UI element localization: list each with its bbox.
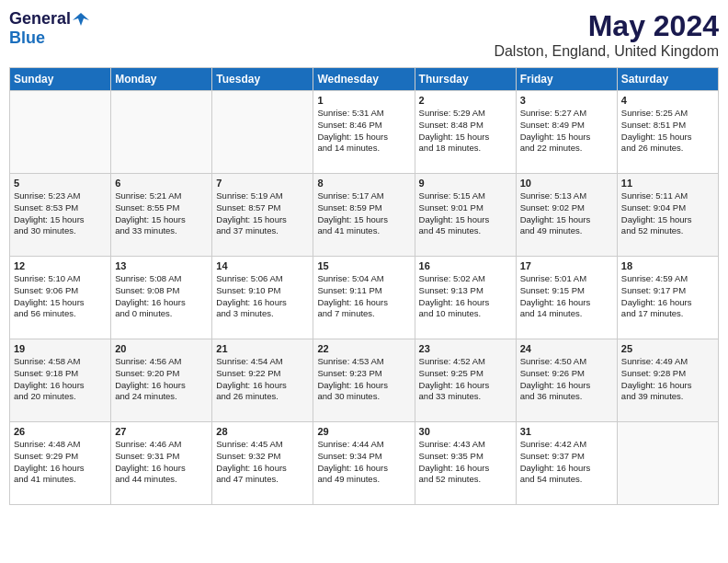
day-number: 11 <box>621 178 714 189</box>
cell-content: Sunrise: 5:04 AM Sunset: 9:11 PM Dayligh… <box>317 273 410 320</box>
calendar-cell: 25Sunrise: 4:49 AM Sunset: 9:28 PM Dayli… <box>617 339 718 422</box>
day-number: 16 <box>419 260 512 271</box>
calendar-cell <box>617 422 718 505</box>
cell-content: Sunrise: 5:02 AM Sunset: 9:13 PM Dayligh… <box>419 273 512 320</box>
cell-content: Sunrise: 5:21 AM Sunset: 8:55 PM Dayligh… <box>115 190 208 237</box>
header-cell-friday: Friday <box>516 68 617 91</box>
calendar-cell: 2Sunrise: 5:29 AM Sunset: 8:48 PM Daylig… <box>415 91 516 174</box>
header: General Blue May 2024 Dalston, England, … <box>9 9 719 60</box>
day-number: 15 <box>317 260 410 271</box>
cell-content: Sunrise: 4:50 AM Sunset: 9:26 PM Dayligh… <box>520 356 613 403</box>
calendar-cell: 10Sunrise: 5:13 AM Sunset: 9:02 PM Dayli… <box>516 174 617 257</box>
calendar-cell: 1Sunrise: 5:31 AM Sunset: 8:46 PM Daylig… <box>313 91 415 174</box>
calendar-cell: 23Sunrise: 4:52 AM Sunset: 9:25 PM Dayli… <box>415 339 516 422</box>
cell-content: Sunrise: 5:01 AM Sunset: 9:15 PM Dayligh… <box>520 273 613 320</box>
logo-bird-icon <box>73 11 89 28</box>
cell-content: Sunrise: 4:44 AM Sunset: 9:34 PM Dayligh… <box>317 439 410 486</box>
cell-content: Sunrise: 5:17 AM Sunset: 8:59 PM Dayligh… <box>317 190 410 237</box>
calendar-cell <box>212 91 313 174</box>
header-cell-sunday: Sunday <box>10 68 111 91</box>
svg-marker-0 <box>73 13 89 26</box>
cell-content: Sunrise: 5:10 AM Sunset: 9:06 PM Dayligh… <box>14 273 107 320</box>
cell-content: Sunrise: 5:25 AM Sunset: 8:51 PM Dayligh… <box>621 108 714 155</box>
week-row-1: 1Sunrise: 5:31 AM Sunset: 8:46 PM Daylig… <box>10 91 719 174</box>
day-number: 3 <box>520 95 613 106</box>
cell-content: Sunrise: 5:06 AM Sunset: 9:10 PM Dayligh… <box>216 273 309 320</box>
day-number: 8 <box>317 178 410 189</box>
day-number: 23 <box>419 343 512 354</box>
day-number: 31 <box>520 426 613 437</box>
day-number: 29 <box>317 426 410 437</box>
cell-content: Sunrise: 4:46 AM Sunset: 9:31 PM Dayligh… <box>115 439 208 486</box>
cell-content: Sunrise: 5:29 AM Sunset: 8:48 PM Dayligh… <box>419 108 512 155</box>
day-number: 26 <box>14 426 107 437</box>
calendar-cell: 12Sunrise: 5:10 AM Sunset: 9:06 PM Dayli… <box>10 257 111 339</box>
cell-content: Sunrise: 5:15 AM Sunset: 9:01 PM Dayligh… <box>419 190 512 237</box>
logo-blue: Blue <box>9 29 45 47</box>
calendar-cell: 15Sunrise: 5:04 AM Sunset: 9:11 PM Dayli… <box>313 257 415 339</box>
day-number: 10 <box>520 178 613 189</box>
cell-content: Sunrise: 4:58 AM Sunset: 9:18 PM Dayligh… <box>14 356 107 403</box>
header-cell-saturday: Saturday <box>617 68 718 91</box>
cell-content: Sunrise: 5:08 AM Sunset: 9:08 PM Dayligh… <box>115 273 208 320</box>
logo: General Blue <box>9 9 89 48</box>
calendar-cell: 7Sunrise: 5:19 AM Sunset: 8:57 PM Daylig… <box>212 174 313 257</box>
cell-content: Sunrise: 5:27 AM Sunset: 8:49 PM Dayligh… <box>520 108 613 155</box>
calendar-cell <box>10 91 111 174</box>
calendar-cell: 4Sunrise: 5:25 AM Sunset: 8:51 PM Daylig… <box>617 91 718 174</box>
day-number: 25 <box>621 343 714 354</box>
calendar-cell: 27Sunrise: 4:46 AM Sunset: 9:31 PM Dayli… <box>111 422 212 505</box>
header-row: SundayMondayTuesdayWednesdayThursdayFrid… <box>10 68 719 91</box>
calendar-cell: 11Sunrise: 5:11 AM Sunset: 9:04 PM Dayli… <box>617 174 718 257</box>
week-row-2: 5Sunrise: 5:23 AM Sunset: 8:53 PM Daylig… <box>10 174 719 257</box>
calendar-cell: 24Sunrise: 4:50 AM Sunset: 9:26 PM Dayli… <box>516 339 617 422</box>
header-cell-thursday: Thursday <box>415 68 516 91</box>
cell-content: Sunrise: 5:11 AM Sunset: 9:04 PM Dayligh… <box>621 190 714 237</box>
cell-content: Sunrise: 5:23 AM Sunset: 8:53 PM Dayligh… <box>14 190 107 237</box>
day-number: 22 <box>317 343 410 354</box>
cell-content: Sunrise: 5:31 AM Sunset: 8:46 PM Dayligh… <box>317 108 410 155</box>
calendar-cell: 19Sunrise: 4:58 AM Sunset: 9:18 PM Dayli… <box>10 339 111 422</box>
header-cell-monday: Monday <box>111 68 212 91</box>
cell-content: Sunrise: 4:49 AM Sunset: 9:28 PM Dayligh… <box>621 356 714 403</box>
day-number: 27 <box>115 426 208 437</box>
calendar-cell: 9Sunrise: 5:15 AM Sunset: 9:01 PM Daylig… <box>415 174 516 257</box>
day-number: 13 <box>115 260 208 271</box>
calendar-cell: 22Sunrise: 4:53 AM Sunset: 9:23 PM Dayli… <box>313 339 415 422</box>
day-number: 19 <box>14 343 107 354</box>
cell-content: Sunrise: 4:59 AM Sunset: 9:17 PM Dayligh… <box>621 273 714 320</box>
calendar-table: SundayMondayTuesdayWednesdayThursdayFrid… <box>9 67 719 505</box>
day-number: 17 <box>520 260 613 271</box>
day-number: 6 <box>115 178 208 189</box>
month-title: May 2024 <box>494 9 719 43</box>
cell-content: Sunrise: 4:53 AM Sunset: 9:23 PM Dayligh… <box>317 356 410 403</box>
day-number: 1 <box>317 95 410 106</box>
calendar-cell: 28Sunrise: 4:45 AM Sunset: 9:32 PM Dayli… <box>212 422 313 505</box>
day-number: 7 <box>216 178 309 189</box>
calendar-cell: 13Sunrise: 5:08 AM Sunset: 9:08 PM Dayli… <box>111 257 212 339</box>
header-cell-wednesday: Wednesday <box>313 68 415 91</box>
header-cell-tuesday: Tuesday <box>212 68 313 91</box>
day-number: 14 <box>216 260 309 271</box>
calendar-cell: 5Sunrise: 5:23 AM Sunset: 8:53 PM Daylig… <box>10 174 111 257</box>
cell-content: Sunrise: 4:42 AM Sunset: 9:37 PM Dayligh… <box>520 439 613 486</box>
cell-content: Sunrise: 4:45 AM Sunset: 9:32 PM Dayligh… <box>216 439 309 486</box>
calendar-cell: 30Sunrise: 4:43 AM Sunset: 9:35 PM Dayli… <box>415 422 516 505</box>
calendar-cell: 6Sunrise: 5:21 AM Sunset: 8:55 PM Daylig… <box>111 174 212 257</box>
calendar-cell: 17Sunrise: 5:01 AM Sunset: 9:15 PM Dayli… <box>516 257 617 339</box>
cell-content: Sunrise: 5:19 AM Sunset: 8:57 PM Dayligh… <box>216 190 309 237</box>
cell-content: Sunrise: 4:48 AM Sunset: 9:29 PM Dayligh… <box>14 439 107 486</box>
day-number: 24 <box>520 343 613 354</box>
cell-content: Sunrise: 4:54 AM Sunset: 9:22 PM Dayligh… <box>216 356 309 403</box>
day-number: 20 <box>115 343 208 354</box>
week-row-5: 26Sunrise: 4:48 AM Sunset: 9:29 PM Dayli… <box>10 422 719 505</box>
day-number: 18 <box>621 260 714 271</box>
location-title: Dalston, England, United Kingdom <box>494 43 719 60</box>
week-row-3: 12Sunrise: 5:10 AM Sunset: 9:06 PM Dayli… <box>10 257 719 339</box>
day-number: 30 <box>419 426 512 437</box>
day-number: 5 <box>14 178 107 189</box>
day-number: 21 <box>216 343 309 354</box>
week-row-4: 19Sunrise: 4:58 AM Sunset: 9:18 PM Dayli… <box>10 339 719 422</box>
calendar-cell <box>111 91 212 174</box>
calendar-cell: 18Sunrise: 4:59 AM Sunset: 9:17 PM Dayli… <box>617 257 718 339</box>
